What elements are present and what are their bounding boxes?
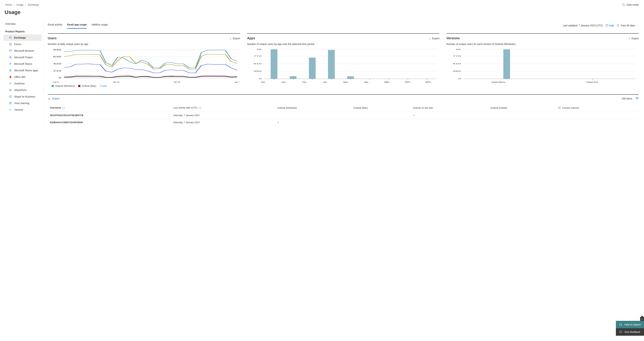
- sidebar-item-sharepoint[interactable]: SharePoint: [4, 87, 42, 93]
- sidebar-item-teams-apps[interactable]: Microsoft Teams apps: [4, 67, 42, 74]
- project-icon: [9, 56, 12, 59]
- table-row[interactable]: 3DC67DAE1351ACF5E3B57CB Saturday, 7 Janu…: [48, 112, 639, 119]
- svg-text:1k: 1k: [256, 49, 262, 50]
- info-icon: i: [62, 107, 65, 109]
- sidebar-item-label: Microsoft Project: [14, 56, 32, 59]
- chevron-right-icon: ›: [14, 3, 14, 6]
- svg-point-5: [11, 63, 11, 64]
- card-apps: Apps Export Number of unique users by ap…: [247, 33, 440, 87]
- download-icon: [628, 37, 630, 40]
- sidebar-item-label: Yammer: [14, 108, 23, 111]
- sidebar-item-overview[interactable]: Overview: [4, 21, 42, 27]
- export-button[interactable]: Export: [628, 37, 639, 40]
- report-tabs: Email activity Email app usage Mailbox u…: [48, 22, 108, 29]
- svg-point-4: [10, 63, 10, 64]
- svg-point-6: [10, 70, 10, 70]
- svg-rect-64: [503, 49, 510, 79]
- breadcrumb-usage[interactable]: Usage: [16, 3, 23, 6]
- card-users: Users Export Number of daily unique user…: [48, 33, 240, 87]
- sidebar-item-yammer[interactable]: Yammer: [4, 106, 42, 113]
- last-updated: Last updated: 7 January 2023 (UTC): [563, 24, 603, 27]
- export-button[interactable]: Export: [229, 37, 240, 40]
- export-label: Export: [632, 37, 639, 40]
- svg-rect-15: [617, 24, 619, 26]
- period-label: Past 30 days: [621, 24, 635, 27]
- legend-item: Outlook (Mac): [78, 84, 96, 87]
- table-export-button[interactable]: Export: [48, 97, 60, 100]
- main-content: Email activity Email app usage Mailbox u…: [44, 19, 644, 126]
- sidebar-item-browser[interactable]: Microsoft Browser: [4, 48, 42, 54]
- svg-text:260: 260: [254, 70, 262, 72]
- sidebar-item-skype[interactable]: Skype for Business: [4, 94, 42, 100]
- info-icon: i: [199, 107, 201, 109]
- col-username[interactable]: Username i: [48, 105, 172, 112]
- calendar-icon: [616, 24, 620, 27]
- card-subtitle: Number of unique users for each version …: [446, 40, 639, 46]
- col-last-activity[interactable]: Last activity date (UTC) i: [172, 105, 276, 112]
- col-outlook-mobile[interactable]: Outlook (mobile): [488, 105, 556, 112]
- svg-text:510: 510: [453, 63, 461, 64]
- svg-rect-39: [270, 49, 277, 79]
- sidebar: Overview Product Reports Exchange Forms …: [0, 19, 44, 126]
- sidebar-item-label: Microsoft Teams: [14, 62, 32, 65]
- download-icon: [229, 37, 232, 40]
- chart-apps: 02605107701k Outl…Outl…Outl…Outl…Mobi…Ma…: [247, 49, 440, 83]
- tab-mailbox-usage[interactable]: Mailbox usage: [92, 22, 108, 29]
- yammer-icon: [9, 108, 12, 111]
- sidebar-item-onedrive[interactable]: OneDrive: [4, 80, 42, 87]
- sidebar-item-teams[interactable]: Microsoft Teams: [4, 61, 42, 67]
- chevron-down-icon: [636, 24, 639, 26]
- teams-icon: [9, 62, 12, 66]
- sidebar-item-label: Forms: [14, 43, 21, 46]
- tab-email-app-usage[interactable]: Email app usage: [67, 22, 87, 29]
- moon-icon: [622, 3, 625, 6]
- sidebar-item-label: SharePoint: [14, 89, 26, 92]
- sidebar-item-exchange[interactable]: Exchange: [4, 34, 42, 41]
- dark-mode-toggle[interactable]: Dark mode: [622, 3, 639, 6]
- svg-point-7: [11, 70, 11, 70]
- help-link[interactable]: ? Help: [606, 24, 614, 27]
- svg-text:0: 0: [259, 78, 262, 80]
- card-title: Apps: [247, 36, 255, 40]
- download-icon: [48, 97, 50, 100]
- sidebar-item-forms[interactable]: Forms: [4, 41, 42, 48]
- export-button[interactable]: Export: [429, 37, 439, 40]
- svg-text:840: 840: [53, 49, 61, 51]
- sidebar-item-viva[interactable]: Viva Learning: [4, 100, 42, 106]
- filter-icon[interactable]: [636, 97, 639, 100]
- table-row[interactable]: 91DBA6ACC58B7CDA6FDD08 Saturday, 7 Janua…: [48, 119, 639, 126]
- viva-icon: [9, 102, 12, 105]
- sidebar-item-label: Viva Learning: [14, 102, 29, 104]
- svg-text:630: 630: [53, 56, 61, 58]
- sidebar-item-project[interactable]: Microsoft Project: [4, 54, 42, 60]
- sidebar-item-label: Microsoft Browser: [14, 49, 34, 52]
- period-picker[interactable]: Past 30 days: [616, 24, 639, 27]
- svg-rect-8: [10, 71, 11, 72]
- card-title: Versions: [446, 36, 460, 40]
- sidebar-section-title: Product Reports: [0, 28, 43, 34]
- dark-mode-label: Dark mode: [627, 3, 639, 6]
- sidebar-item-label: OneDrive: [14, 82, 24, 85]
- skype-icon: [9, 95, 12, 98]
- breadcrumb-exchange[interactable]: Exchange: [28, 3, 39, 6]
- export-label: Export: [432, 37, 439, 40]
- svg-text:770: 770: [453, 55, 461, 57]
- col-outlook-mac[interactable]: Outlook (Mac): [352, 105, 411, 112]
- svg-text:210: 210: [53, 70, 61, 72]
- svg-rect-47: [347, 76, 354, 79]
- legend-item: Outlook (Windows): [52, 84, 75, 87]
- svg-rect-43: [309, 58, 316, 79]
- sharepoint-icon: [9, 88, 12, 92]
- card-versions: Versions Export Number of unique users f…: [446, 33, 639, 87]
- col-outlook-windows[interactable]: Outlook (Windows): [276, 105, 352, 112]
- svg-text:0: 0: [458, 78, 461, 80]
- col-outlook-web[interactable]: Outlook on the web: [411, 105, 488, 112]
- tab-email-activity[interactable]: Email activity: [48, 22, 62, 29]
- sidebar-item-label: Office 365: [14, 76, 26, 78]
- download-icon: [429, 37, 431, 40]
- legend-more[interactable]: 7 more: [100, 84, 107, 87]
- export-label: Export: [233, 37, 240, 40]
- choose-columns-button[interactable]: Choose columns: [558, 106, 637, 109]
- sidebar-item-office365[interactable]: Office 365: [4, 74, 42, 80]
- breadcrumb-home[interactable]: Home: [5, 3, 12, 6]
